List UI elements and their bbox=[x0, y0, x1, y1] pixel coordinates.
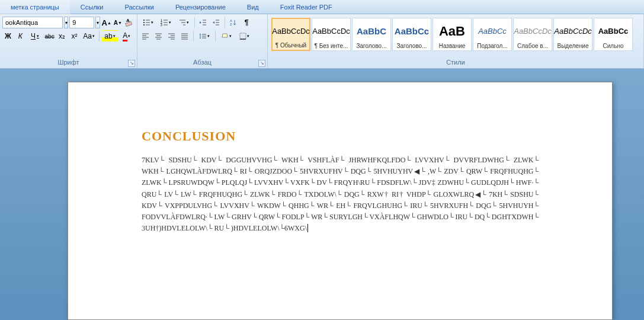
menu-review[interactable]: Рецензирование bbox=[165, 0, 236, 14]
italic-button[interactable]: К bbox=[15, 30, 26, 42]
clear-format-button[interactable]: A bbox=[124, 17, 134, 28]
line-spacing-icon bbox=[199, 32, 207, 40]
strike-button[interactable]: abc bbox=[44, 30, 55, 42]
svg-point-6 bbox=[143, 24, 145, 25]
align-right-icon bbox=[168, 32, 176, 40]
justify-icon bbox=[181, 32, 189, 40]
style-preview: AaBbCc bbox=[395, 20, 429, 43]
style-item-3[interactable]: AaBbCcЗаголово... bbox=[392, 18, 431, 51]
svg-text:3: 3 bbox=[161, 23, 162, 27]
menu-page-layout[interactable]: метка страницы bbox=[0, 0, 70, 14]
style-preview: AaBbCc bbox=[478, 20, 507, 43]
numbering-icon: 123 bbox=[161, 18, 169, 27]
bullets-icon bbox=[143, 18, 151, 27]
style-item-4[interactable]: AaBНазвание bbox=[432, 18, 472, 51]
indent-left-icon bbox=[199, 18, 207, 27]
multilevel-button[interactable]: ▾ bbox=[175, 17, 192, 28]
font-size-dropdown[interactable]: ▾ bbox=[95, 17, 100, 28]
style-preview: AaBbC bbox=[357, 20, 386, 43]
svg-point-4 bbox=[143, 22, 145, 23]
font-color-button[interactable]: A▾ bbox=[119, 30, 134, 42]
numbering-button[interactable]: 123▾ bbox=[158, 17, 174, 28]
subscript-button[interactable]: x₂ bbox=[56, 30, 68, 42]
font-name-input[interactable] bbox=[2, 17, 63, 28]
workspace: CONCLUSION 7KLV└ SDSHU└ KDV└ DGGUHVVHG└ … bbox=[0, 69, 644, 320]
svg-text:A: A bbox=[126, 18, 130, 23]
menu-view[interactable]: Вид bbox=[236, 0, 270, 14]
styles-gallery: AaBbCcDc¶ ОбычныйAaBbCcDc¶ Без инте...Aa… bbox=[270, 17, 634, 56]
line-spacing-button[interactable]: ▾ bbox=[196, 30, 213, 42]
style-label: Название bbox=[434, 43, 470, 49]
svg-point-2 bbox=[143, 20, 145, 21]
justify-button[interactable] bbox=[179, 30, 191, 42]
style-item-5[interactable]: AaBbCcПодзагол... bbox=[473, 18, 512, 51]
menubar: метка страницы Ссылки Рассылки Рецензиро… bbox=[0, 0, 644, 14]
borders-button[interactable]: ▾ bbox=[236, 30, 252, 42]
shrink-font-button[interactable]: A▼ bbox=[113, 17, 123, 28]
styles-group-label: Стили bbox=[268, 59, 643, 68]
style-label: Сильно bbox=[595, 43, 631, 49]
bold-button[interactable]: Ж bbox=[2, 30, 14, 42]
borders-icon bbox=[239, 32, 247, 40]
underline-button[interactable]: Ч▾ bbox=[27, 30, 43, 42]
style-label: Подзагол... bbox=[475, 43, 510, 49]
align-center-icon bbox=[155, 32, 163, 40]
style-label: Заголово... bbox=[394, 43, 430, 49]
style-preview: AaBbCcDc bbox=[514, 20, 552, 43]
menu-links[interactable]: Ссылки bbox=[70, 0, 114, 14]
style-preview: AaBbCcDc bbox=[554, 20, 592, 43]
style-item-8[interactable]: AaBbCcСильно bbox=[594, 18, 633, 51]
document-body: 7KLV└ SDSHU└ KDV└ DGGUHVVHG└ WKH└ VSHFLÀ… bbox=[142, 155, 539, 234]
svg-rect-44 bbox=[240, 33, 246, 39]
font-group: ▾ ▾ A▲ A▼ A Ж К Ч▾ abc x₂ x² Aa▾ ab▾ A▾ bbox=[0, 14, 137, 68]
shading-button[interactable]: ▾ bbox=[218, 30, 235, 42]
svg-text:Z: Z bbox=[230, 23, 232, 26]
align-center-button[interactable] bbox=[153, 30, 165, 42]
font-size-input[interactable] bbox=[69, 17, 94, 28]
style-item-7[interactable]: AaBbCcDcВыделение bbox=[553, 18, 592, 51]
style-label: Слабое в... bbox=[515, 43, 550, 49]
bucket-icon bbox=[221, 32, 229, 40]
style-label: ¶ Обычный bbox=[274, 42, 308, 49]
highlight-button[interactable]: ab▾ bbox=[102, 30, 117, 42]
style-item-6[interactable]: AaBbCcDcСлабое в... bbox=[513, 18, 552, 51]
style-preview: AaBbCcDc bbox=[272, 20, 310, 42]
decrease-indent-button[interactable] bbox=[197, 17, 209, 28]
document-page[interactable]: CONCLUSION 7KLV└ SDSHU└ KDV└ DGGUHVVHG└ … bbox=[68, 82, 613, 320]
style-preview: AaBbCcDc bbox=[312, 20, 350, 43]
document-heading: CONCLUSION bbox=[142, 129, 539, 144]
style-item-0[interactable]: AaBbCcDc¶ Обычный bbox=[271, 18, 310, 51]
bullets-button[interactable]: ▾ bbox=[140, 17, 156, 28]
menu-foxit[interactable]: Foxit Reader PDF bbox=[270, 0, 343, 14]
increase-indent-button[interactable] bbox=[210, 17, 222, 28]
style-preview: AaB bbox=[439, 20, 465, 43]
change-case-button[interactable]: Aa▾ bbox=[81, 30, 97, 42]
superscript-button[interactable]: x² bbox=[69, 30, 80, 42]
font-name-dropdown[interactable]: ▾ bbox=[64, 17, 68, 28]
paragraph-group: ▾ 123▾ ▾ AZ ¶ ▾ ▾ ▾ bbox=[137, 14, 268, 68]
sort-icon: AZ bbox=[229, 18, 238, 27]
style-preview: AaBbCc bbox=[598, 20, 629, 43]
align-right-button[interactable] bbox=[166, 30, 178, 42]
font-dialog-launcher[interactable]: ↘ bbox=[128, 60, 135, 67]
style-label: ¶ Без инте... bbox=[313, 43, 349, 49]
style-item-1[interactable]: AaBbCcDc¶ Без инте... bbox=[312, 18, 351, 51]
show-marks-button[interactable]: ¶ bbox=[241, 17, 252, 28]
style-item-2[interactable]: AaBbCЗаголово... bbox=[352, 18, 391, 51]
styles-group: AaBbCcDc¶ ОбычныйAaBbCcDc¶ Без инте...Aa… bbox=[268, 14, 644, 68]
menu-mailings[interactable]: Рассылки bbox=[114, 0, 165, 14]
align-left-icon bbox=[142, 32, 150, 40]
multilevel-icon bbox=[178, 18, 187, 27]
text-cursor bbox=[307, 224, 308, 232]
style-label: Выделение bbox=[555, 43, 591, 49]
font-group-label: Шрифт ↘ bbox=[0, 59, 137, 68]
indent-right-icon bbox=[212, 18, 220, 27]
sort-button[interactable]: AZ bbox=[228, 17, 239, 28]
paragraph-dialog-launcher[interactable]: ↘ bbox=[258, 60, 265, 67]
style-label: Заголово... bbox=[354, 43, 389, 49]
paragraph-group-label: Абзац ↘ bbox=[137, 59, 267, 68]
ribbon: ▾ ▾ A▲ A▼ A Ж К Ч▾ abc x₂ x² Aa▾ ab▾ A▾ bbox=[0, 14, 644, 69]
align-left-button[interactable] bbox=[140, 30, 152, 42]
eraser-icon: A bbox=[124, 18, 134, 27]
grow-font-button[interactable]: A▲ bbox=[101, 17, 112, 28]
